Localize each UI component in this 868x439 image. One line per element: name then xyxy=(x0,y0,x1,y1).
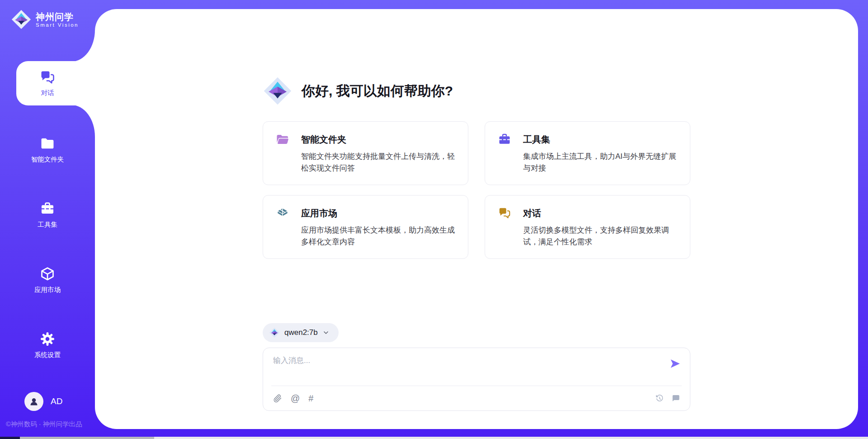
hash-icon: # xyxy=(308,394,313,403)
greeting-logo-icon xyxy=(263,76,292,106)
conversation-button[interactable] xyxy=(671,394,680,403)
card-description: 灵活切换多模型文件，支持多样回复效果调试，满足个性化需求 xyxy=(523,224,678,248)
history-icon xyxy=(655,394,664,403)
copyright-footer: ©神州数码 · 神州问学出品 xyxy=(6,420,82,429)
sidebar-item-toolset[interactable]: 工具集 xyxy=(0,201,95,229)
card-app-market[interactable]: 应用市场 应用市场提供丰富长文本模板，助力高效生成多样化文章内容 xyxy=(263,195,468,259)
model-name: qwen2:7b xyxy=(284,328,318,337)
model-selector[interactable]: qwen2:7b xyxy=(263,323,339,342)
sidebar-item-smart-folder[interactable]: 智能文件夹 xyxy=(0,136,95,164)
folder-open-icon xyxy=(276,133,289,146)
sidebar-item-settings[interactable]: 系统设置 xyxy=(0,331,95,359)
sidebar-item-label: 工具集 xyxy=(38,220,57,229)
chat-bubbles-icon xyxy=(39,69,56,86)
send-button[interactable] xyxy=(670,358,681,371)
paperclip-icon xyxy=(273,394,282,403)
chat-icon xyxy=(498,206,511,220)
main-panel: 你好, 我可以如何帮助你? 智能文件夹 智能文件夹功能支持批量文件上传与清洗，轻… xyxy=(95,9,858,429)
shortcut-cards: 智能文件夹 智能文件夹功能支持批量文件上传与清洗，轻松实现文件问答 工具集 集成… xyxy=(263,121,690,259)
comment-icon xyxy=(671,394,680,403)
history-button[interactable] xyxy=(655,394,664,403)
topic-button[interactable]: # xyxy=(308,394,313,403)
app-grid-icon xyxy=(276,206,289,220)
logo-diamond-icon xyxy=(11,9,32,30)
user-name: AD xyxy=(51,396,62,406)
folder-icon xyxy=(40,136,55,151)
card-title: 工具集 xyxy=(523,134,550,146)
sidebar-item-chat[interactable]: 对话 xyxy=(16,61,95,105)
brand: 神州问学 Smart Vision xyxy=(11,9,79,30)
card-description: 应用市场提供丰富长文本模板，助力高效生成多样化文章内容 xyxy=(301,224,456,248)
greeting-text: 你好, 我可以如何帮助你? xyxy=(302,82,453,100)
brand-subtitle: Smart Vision xyxy=(36,22,79,28)
user-account[interactable]: AD xyxy=(24,392,62,411)
person-icon xyxy=(28,396,39,407)
card-chat[interactable]: 对话 灵活切换多模型文件，支持多样回复效果调试，满足个性化需求 xyxy=(485,195,690,259)
sidebar-item-label: 对话 xyxy=(41,89,54,97)
avatar xyxy=(24,392,43,411)
card-smart-folder[interactable]: 智能文件夹 智能文件夹功能支持批量文件上传与清洗，轻松实现文件问答 xyxy=(263,121,468,185)
content-column: 你好, 我可以如何帮助你? 智能文件夹 智能文件夹功能支持批量文件上传与清洗，轻… xyxy=(263,9,690,429)
card-title: 对话 xyxy=(523,207,541,220)
brand-name: 神州问学 xyxy=(36,12,79,22)
message-input[interactable] xyxy=(273,355,664,386)
sidebar-item-label: 智能文件夹 xyxy=(31,155,64,164)
gear-icon xyxy=(40,331,55,347)
model-logo-icon xyxy=(269,327,280,338)
screen-bottom-edge xyxy=(20,437,154,439)
mention-button[interactable]: @ xyxy=(291,394,300,403)
send-icon xyxy=(670,358,681,369)
card-toolset[interactable]: 工具集 集成市场上主流工具，助力AI与外界无缝扩展与对接 xyxy=(485,121,690,185)
sidebar-item-label: 应用市场 xyxy=(34,286,61,294)
sidebar-item-label: 系统设置 xyxy=(34,351,61,359)
sidebar-item-app-market[interactable]: 应用市场 xyxy=(0,266,95,294)
greeting: 你好, 我可以如何帮助你? xyxy=(263,76,690,106)
card-description: 集成市场上主流工具，助力AI与外界无缝扩展与对接 xyxy=(523,151,678,174)
chevron-down-icon xyxy=(322,329,330,336)
message-composer: @ # xyxy=(263,348,690,411)
screen-bottom-edge xyxy=(0,437,20,439)
attach-file-button[interactable] xyxy=(273,394,282,403)
screen-bottom-edge xyxy=(154,437,868,439)
sidebar: 神州问学 Smart Vision 对话 智能文件夹 工具集 xyxy=(0,0,95,439)
toolbox-icon xyxy=(498,133,511,146)
cube-icon xyxy=(40,266,55,282)
at-icon: @ xyxy=(291,394,300,403)
card-title: 应用市场 xyxy=(301,207,337,220)
card-title: 智能文件夹 xyxy=(301,134,346,146)
card-description: 智能文件夹功能支持批量文件上传与清洗，轻松实现文件问答 xyxy=(301,151,456,174)
briefcase-icon xyxy=(40,201,55,216)
composer-area: qwen2:7b xyxy=(263,323,690,411)
